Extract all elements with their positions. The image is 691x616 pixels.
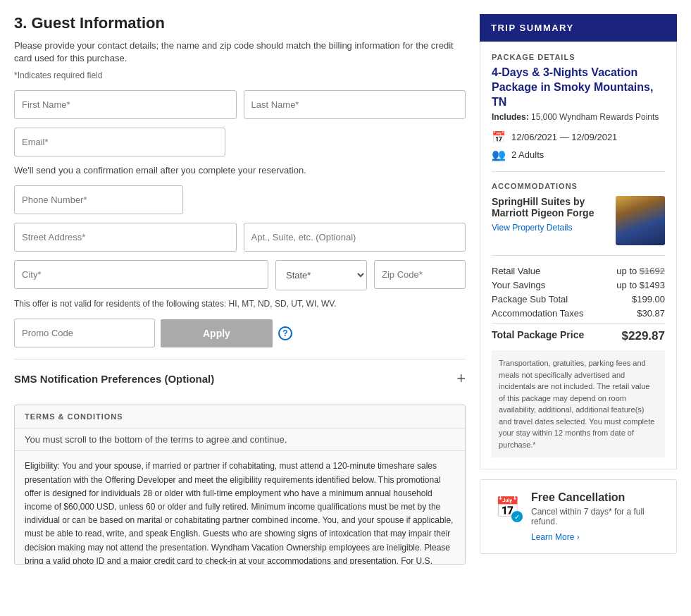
address-row — [14, 223, 466, 252]
city-state-zip-row: State* AL AK AZ CA CO FL GA TN TX NY — [14, 260, 466, 290]
subtotal-label: Package Sub Total — [492, 294, 568, 304]
free-cancel-box: 📅 ✓ Free Cancellation Cancel within 7 da… — [480, 479, 677, 554]
phone-field — [14, 185, 183, 214]
divider-1 — [492, 171, 665, 172]
terms-header: TERMS & CONDITIONS — [15, 405, 465, 429]
zip-input[interactable] — [374, 260, 466, 289]
terms-box: TERMS & CONDITIONS You must scroll to th… — [14, 405, 466, 565]
learn-more-link[interactable]: Learn More — [531, 532, 580, 542]
terms-body[interactable]: Eligibility: You and your spouse, if mar… — [15, 451, 465, 564]
hotel-image — [616, 196, 665, 245]
email-field — [14, 128, 225, 156]
hotel-row: SpringHill Suites by Marriott Pigeon For… — [492, 196, 665, 245]
page-title: 3. Guest Information — [14, 14, 466, 32]
email-row — [14, 128, 466, 156]
retail-value: up to $1692 — [616, 266, 665, 276]
street-input[interactable] — [14, 223, 237, 252]
total-row: Total Package Price $229.87 — [492, 323, 665, 343]
retail-strikethrough: $1692 — [640, 266, 665, 276]
hotel-info: SpringHill Suites by Marriott Pigeon For… — [492, 196, 609, 233]
guests-text: 2 Adults — [511, 149, 544, 160]
promo-input[interactable] — [14, 319, 155, 347]
view-property-link[interactable]: View Property Details — [492, 223, 573, 233]
tax-label: Accommodation Taxes — [492, 308, 584, 319]
pricing-note: Transportation, gratuities, parking fees… — [492, 350, 665, 457]
required-note: *Indicates required field — [14, 70, 466, 80]
accommodations-label: ACCOMMODATIONS — [492, 182, 665, 190]
divider-2 — [492, 255, 665, 256]
calendar-icon: 📅 — [492, 130, 506, 144]
apt-input[interactable] — [244, 223, 466, 252]
savings-value: up to $1493 — [616, 280, 665, 290]
trip-summary-header: TRIP SUMMARY — [480, 14, 677, 42]
name-row — [14, 90, 466, 119]
confirmation-text: We'll send you a confirmation email afte… — [14, 165, 466, 175]
free-cancel-info: Free Cancellation Cancel within 7 days* … — [531, 491, 665, 542]
free-cancel-title: Free Cancellation — [531, 491, 665, 504]
hotel-image-placeholder — [616, 196, 665, 245]
city-field — [14, 260, 268, 290]
savings-label: Your Savings — [492, 280, 545, 290]
expand-icon: + — [456, 369, 466, 388]
package-includes: Includes: 15,000 Wyndham Rewards Points — [492, 112, 665, 122]
phone-input[interactable] — [14, 185, 183, 214]
total-label: Total Package Price — [492, 329, 584, 343]
phone-row — [14, 185, 466, 214]
guests-row: 👥 2 Adults — [492, 148, 665, 161]
email-input[interactable] — [14, 128, 225, 156]
trip-summary-body: PACKAGE DETAILS 4-Days & 3-Nights Vacati… — [480, 42, 677, 469]
date-row: 📅 12/06/2021 — 12/09/2021 — [492, 130, 665, 144]
first-name-input[interactable] — [14, 90, 237, 119]
dates-text: 12/06/2021 — 12/09/2021 — [511, 132, 617, 142]
check-circle-icon: ✓ — [511, 511, 523, 522]
promo-row: Apply ? — [14, 319, 466, 347]
city-input[interactable] — [14, 260, 268, 289]
last-name-field — [244, 90, 466, 119]
includes-label: Includes: — [492, 112, 529, 122]
free-cancel-desc: Cancel within 7 days* for a full refund. — [531, 507, 665, 526]
main-form-section: 3. Guest Information Please provide your… — [14, 14, 466, 565]
sidebar: TRIP SUMMARY PACKAGE DETAILS 4-Days & 3-… — [480, 14, 677, 565]
apt-field — [244, 223, 466, 252]
terms-must-scroll: You must scroll to the bottom of the ter… — [15, 429, 465, 451]
subtotal-row: Package Sub Total $199.00 — [492, 294, 665, 304]
tax-row: Accommodation Taxes $30.87 — [492, 308, 665, 319]
hotel-name: SpringHill Suites by Marriott Pigeon For… — [492, 196, 609, 218]
last-name-input[interactable] — [244, 90, 466, 119]
sms-section[interactable]: SMS Notification Preferences (Optional) … — [14, 359, 466, 398]
states-warning: This offer is not valid for residents of… — [14, 299, 466, 309]
apply-button[interactable]: Apply — [161, 319, 273, 347]
total-price: $229.87 — [622, 329, 665, 343]
first-name-field — [14, 90, 237, 119]
street-field — [14, 223, 237, 252]
zip-field — [374, 260, 466, 290]
guests-icon: 👥 — [492, 148, 506, 161]
package-title: 4-Days & 3-Nights Vacation Package in Sm… — [492, 66, 665, 109]
help-icon[interactable]: ? — [278, 326, 292, 340]
retail-row: Retail Value up to $1692 — [492, 266, 665, 276]
subtotal-value: $199.00 — [632, 294, 665, 304]
cancel-icon-wrap: 📅 ✓ — [492, 491, 523, 522]
state-select[interactable]: State* AL AK AZ CA CO FL GA TN TX NY — [275, 260, 367, 290]
package-label: PACKAGE DETAILS — [492, 53, 665, 61]
tax-value: $30.87 — [637, 308, 665, 319]
subtitle-text: Please provide your contact details; the… — [14, 39, 466, 65]
sms-label: SMS Notification Preferences (Optional) — [14, 373, 214, 385]
state-field: State* AL AK AZ CA CO FL GA TN TX NY — [275, 260, 367, 290]
savings-row: Your Savings up to $1493 — [492, 280, 665, 290]
includes-detail: 15,000 Wyndham Rewards Points — [531, 112, 659, 122]
retail-label: Retail Value — [492, 266, 540, 276]
